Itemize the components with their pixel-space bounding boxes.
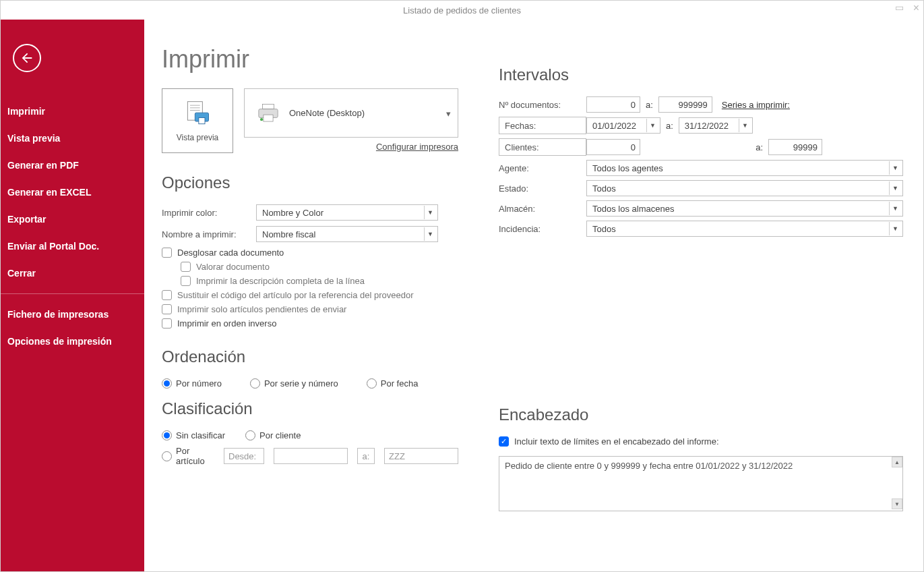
sidebar-item-opciones[interactable]: Opciones de impresión <box>1 328 144 355</box>
sidebar: Imprimir Vista previa Generar en PDF Gen… <box>1 20 144 571</box>
sidebar-item-imprimir[interactable]: Imprimir <box>1 98 144 125</box>
name-label: Nombre a imprimir: <box>162 229 256 239</box>
back-button[interactable] <box>13 44 41 72</box>
sort-heading: Ordenación <box>162 347 458 366</box>
name-combo[interactable]: Nombre fiscal ▼ <box>256 226 438 242</box>
check-inverso[interactable] <box>162 318 172 328</box>
sidebar-divider <box>1 293 144 294</box>
estado-label: Estado: <box>499 183 586 194</box>
incidencia-combo[interactable]: Todos▼ <box>586 221 903 237</box>
sidebar-item-cerrar[interactable]: Cerrar <box>1 260 144 287</box>
check-imprimir-desc[interactable] <box>181 276 191 286</box>
almacen-combo[interactable]: Todos los almacenes▼ <box>586 200 903 217</box>
scroll-down-icon[interactable]: ▼ <box>892 498 902 509</box>
chevron-down-icon: ▼ <box>424 206 436 219</box>
cli-to[interactable] <box>768 139 822 155</box>
preview-tile[interactable]: Vista previa <box>162 88 233 153</box>
radio-serie[interactable]: Por serie y número <box>250 378 338 389</box>
fecha-to[interactable]: 31/12/2022▼ <box>679 117 753 134</box>
titlebar: Listado de pedidos de clientes ▭ × <box>1 1 923 20</box>
class-heading: Clasificación <box>162 399 458 418</box>
check-incluir-texto[interactable]: ✓ <box>499 436 509 447</box>
fecha-from[interactable]: 01/01/2022▼ <box>586 117 660 134</box>
preview-icon <box>183 99 212 129</box>
printer-name: OneNote (Desktop) <box>289 108 365 118</box>
check-pendientes[interactable] <box>162 304 172 314</box>
cli-from[interactable] <box>586 139 640 155</box>
sidebar-item-fichero[interactable]: Fichero de impresoras <box>1 301 144 328</box>
svg-rect-5 <box>199 118 205 124</box>
radio-articulo[interactable]: Por artículo <box>162 446 214 466</box>
agente-label: Agente: <box>499 163 586 173</box>
header-textarea[interactable] <box>499 456 903 511</box>
estado-combo[interactable]: Todos▼ <box>586 180 903 196</box>
doc-to[interactable] <box>658 96 712 113</box>
check-sustituir[interactable] <box>162 290 172 300</box>
color-label: Imprimir color: <box>162 208 256 218</box>
a-value-input[interactable] <box>384 448 458 464</box>
close-icon[interactable]: × <box>913 2 919 14</box>
svg-rect-6 <box>263 104 274 109</box>
printer-selector[interactable]: OneNote (Desktop) ▾ <box>244 88 458 138</box>
dropdown-icon: ▾ <box>446 108 451 118</box>
doc-from[interactable] <box>586 96 640 113</box>
intervals-heading: Intervalos <box>499 65 903 84</box>
radio-numero[interactable]: Por número <box>162 378 222 389</box>
radio-sin[interactable]: Sin clasificar <box>162 430 236 440</box>
radio-cliente[interactable]: Por cliente <box>245 430 301 440</box>
clientes-label: Clientes: <box>499 138 586 156</box>
almacen-label: Almacén: <box>499 204 586 214</box>
fechas-label: Fechas: <box>499 117 586 134</box>
scroll-up-icon[interactable]: ▲ <box>892 457 902 467</box>
agente-combo[interactable]: Todos los agentes▼ <box>586 160 903 176</box>
radio-fecha[interactable]: Por fecha <box>367 378 419 389</box>
preview-tile-label: Vista previa <box>177 133 218 142</box>
configure-printer-link[interactable]: Configurar impresora <box>244 142 458 152</box>
incidencia-label: Incidencia: <box>499 224 586 234</box>
chevron-down-icon: ▼ <box>424 227 436 241</box>
a-input-label <box>357 448 375 464</box>
page-title: Imprimir <box>162 45 458 74</box>
sidebar-item-exportar[interactable]: Exportar <box>1 206 144 233</box>
desde-input[interactable] <box>224 448 264 464</box>
options-heading: Opciones <box>162 173 458 192</box>
sidebar-item-excel[interactable]: Generar en EXCEL <box>1 179 144 206</box>
sidebar-item-pdf[interactable]: Generar en PDF <box>1 152 144 179</box>
check-valorar[interactable] <box>181 262 191 272</box>
printer-icon <box>257 103 280 123</box>
check-desglosar[interactable] <box>162 248 172 258</box>
header-heading: Encabezado <box>499 405 903 424</box>
svg-point-9 <box>260 118 263 121</box>
svg-rect-8 <box>264 115 273 121</box>
window-title: Listado de pedidos de clientes <box>403 5 521 16</box>
maximize-icon[interactable]: ▭ <box>895 2 904 14</box>
series-link[interactable]: Series a imprimir: <box>722 100 790 110</box>
sidebar-item-portal[interactable]: Enviar al Portal Doc. <box>1 233 144 260</box>
desde-value-input[interactable] <box>274 448 348 464</box>
sidebar-item-vista-previa[interactable]: Vista previa <box>1 125 144 152</box>
color-combo[interactable]: Nombre y Color ▼ <box>256 204 438 221</box>
doc-label: Nº documentos: <box>499 100 586 110</box>
